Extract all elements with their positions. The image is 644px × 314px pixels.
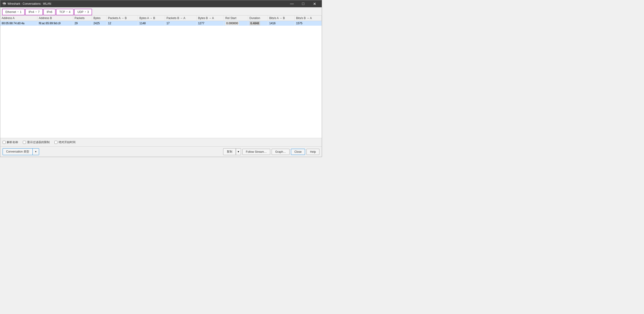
- cell-address-b: f8:ac:65:89:9d:c9: [38, 21, 73, 26]
- window-controls: — □ ✕: [286, 0, 320, 7]
- title-bar: 🦈 Wireshark · Conversations · WLAN — □ ✕: [0, 0, 322, 7]
- help-button[interactable]: Help: [306, 149, 320, 155]
- cell-address-a: 80:05:88:74:d0:4a: [0, 21, 38, 26]
- absolute-start-label: 绝对开始时间: [58, 140, 76, 144]
- col-packets-b-a[interactable]: Packets B → A: [165, 16, 196, 21]
- tab-ethernet-count: 1: [20, 10, 22, 14]
- cell-bytes-a-b: 1148: [138, 21, 165, 26]
- cell-rel-start: 0.000000: [224, 21, 248, 26]
- cell-bytes-b-a: 1277: [196, 21, 224, 26]
- cell-packets: 29: [73, 21, 92, 26]
- cell-bytes: 2425: [92, 21, 106, 26]
- cell-packets-b-a: 17: [165, 21, 196, 26]
- app-icon: 🦈: [2, 2, 6, 6]
- follow-stream-button[interactable]: Follow Stream…: [242, 149, 270, 155]
- resolve-names-checkbox[interactable]: [2, 141, 6, 144]
- col-duration[interactable]: Duration: [248, 16, 268, 21]
- tab-udp-count: 3: [87, 10, 89, 14]
- col-bytes-a-b[interactable]: Bytes A → B: [138, 16, 165, 21]
- graph-button[interactable]: Graph…: [272, 149, 289, 155]
- bottom-buttons-bar: Conversation 类型 ▼ 复制 ▼ Follow Stream… Gr…: [0, 146, 322, 157]
- checkbox-absolute-start[interactable]: 绝对开始时间: [54, 140, 76, 144]
- tab-ethernet[interactable]: Ethernet • 1: [2, 9, 25, 15]
- conversations-table-area: Address A Address B Packets Bytes Packet…: [0, 16, 322, 138]
- tab-ipv6[interactable]: IPv6: [43, 9, 56, 15]
- show-filter-checkbox[interactable]: [23, 141, 26, 144]
- checkbox-resolve-names[interactable]: 解析名称: [2, 140, 18, 144]
- col-address-a[interactable]: Address A: [0, 16, 38, 21]
- table-header: Address A Address B Packets Bytes Packet…: [0, 16, 322, 21]
- tabs-row: Ethernet • 1 IPv4 • 7 IPv6 TCP • 4 UDP •…: [2, 9, 320, 15]
- cell-bits-b-a: 1575: [294, 21, 322, 26]
- tab-tcp-label: TCP: [59, 10, 65, 14]
- help-label: Help: [310, 150, 316, 154]
- col-bytes[interactable]: Bytes: [92, 16, 106, 21]
- copy-label: 复制: [227, 150, 232, 154]
- table-row[interactable]: 80:05:88:74:d0:4a f8:ac:65:89:9d:c9 29 2…: [0, 21, 322, 26]
- cell-bits-a-b: 1416: [268, 21, 294, 26]
- tab-ipv4-dot: •: [36, 10, 36, 14]
- tab-ipv6-label: IPv6: [46, 10, 52, 14]
- tabs-bar: Ethernet • 1 IPv4 • 7 IPv6 TCP • 4 UDP •…: [0, 7, 322, 16]
- col-bits-a-b[interactable]: Bits/s A → B: [268, 16, 294, 21]
- col-bytes-b-a[interactable]: Bytes B → A: [196, 16, 224, 21]
- show-filter-label: 显示过滤器的限制: [27, 140, 50, 144]
- copy-button[interactable]: 复制: [223, 148, 236, 155]
- conversations-table: Address A Address B Packets Bytes Packet…: [0, 16, 322, 26]
- close-label: Close: [294, 150, 302, 154]
- close-button[interactable]: Close: [291, 149, 305, 155]
- status-bar: 解析名称 显示过滤器的限制 绝对开始时间: [0, 138, 322, 146]
- col-bits-b-a[interactable]: Bits/s B → A: [294, 16, 322, 21]
- main-window: 🦈 Wireshark · Conversations · WLAN — □ ✕…: [0, 0, 322, 157]
- conversation-type-group: Conversation 类型 ▼: [2, 148, 39, 155]
- checkbox-show-filter[interactable]: 显示过滤器的限制: [23, 140, 50, 144]
- col-rel-start[interactable]: Rel Start: [224, 16, 248, 21]
- tab-tcp-dot: •: [66, 10, 67, 14]
- col-packets[interactable]: Packets: [73, 16, 92, 21]
- window-title: Wireshark · Conversations · WLAN: [8, 2, 51, 6]
- tab-udp-dot: •: [85, 10, 86, 14]
- minimize-button[interactable]: —: [286, 0, 297, 7]
- maximize-button[interactable]: □: [298, 0, 308, 7]
- conversation-type-dropdown[interactable]: ▼: [33, 148, 39, 155]
- tab-udp[interactable]: UDP • 3: [74, 9, 92, 15]
- tab-ipv4-count: 7: [38, 10, 40, 14]
- tab-ipv4-label: IPv4: [28, 10, 34, 14]
- tab-ipv4[interactable]: IPv4 • 7: [25, 9, 43, 15]
- conversation-type-button[interactable]: Conversation 类型: [2, 148, 33, 155]
- copy-dropdown-button[interactable]: ▼: [236, 148, 241, 155]
- tab-udp-label: UDP: [78, 10, 83, 14]
- col-address-b[interactable]: Address B: [38, 16, 73, 21]
- tab-tcp[interactable]: TCP • 4: [56, 9, 74, 15]
- cell-duration: 6.4848: [248, 21, 268, 26]
- close-window-button[interactable]: ✕: [309, 0, 320, 7]
- tab-tcp-count: 4: [69, 10, 70, 14]
- conversation-type-label: Conversation 类型: [6, 150, 29, 153]
- graph-label: Graph…: [275, 150, 286, 154]
- col-packets-a-b[interactable]: Packets A → B: [107, 16, 138, 21]
- tab-ethernet-dot: •: [18, 10, 18, 14]
- table-body: 80:05:88:74:d0:4a f8:ac:65:89:9d:c9 29 2…: [0, 21, 322, 26]
- absolute-start-checkbox[interactable]: [54, 141, 58, 144]
- follow-stream-label: Follow Stream…: [246, 150, 267, 154]
- title-bar-left: 🦈 Wireshark · Conversations · WLAN: [2, 2, 51, 6]
- tab-ethernet-label: Ethernet: [6, 10, 16, 14]
- copy-button-group: 复制 ▼: [223, 148, 241, 155]
- cell-packets-a-b: 12: [107, 21, 138, 26]
- resolve-names-label: 解析名称: [7, 140, 18, 144]
